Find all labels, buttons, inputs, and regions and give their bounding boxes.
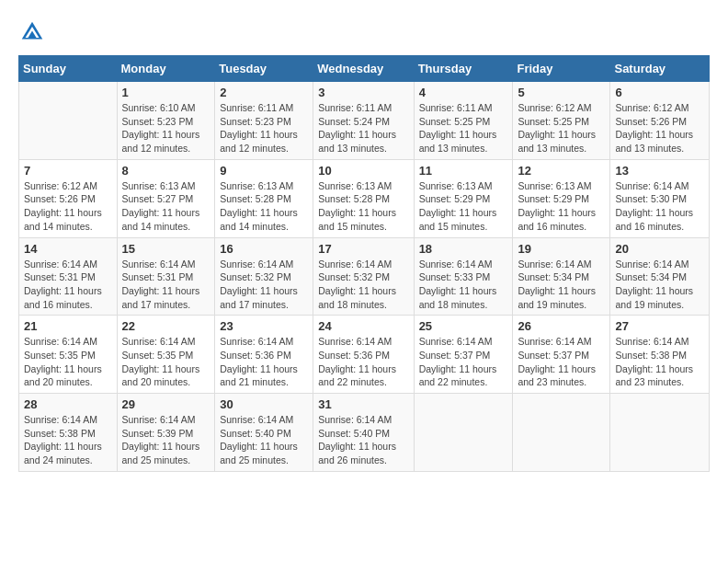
day-info: Sunrise: 6:11 AM Sunset: 5:24 PM Dayligh… [318, 101, 408, 155]
day-number: 18 [419, 242, 508, 256]
day-info: Sunrise: 6:14 AM Sunset: 5:31 PM Dayligh… [24, 258, 112, 312]
day-number: 24 [318, 319, 408, 333]
calendar-cell: 9Sunrise: 6:13 AM Sunset: 5:28 PM Daylig… [215, 159, 313, 237]
calendar-cell: 21Sunrise: 6:14 AM Sunset: 5:35 PM Dayli… [19, 316, 118, 394]
calendar-cell: 22Sunrise: 6:14 AM Sunset: 5:35 PM Dayli… [117, 316, 215, 394]
day-number: 28 [24, 397, 112, 411]
day-number: 15 [122, 242, 210, 256]
day-info: Sunrise: 6:14 AM Sunset: 5:31 PM Dayligh… [122, 258, 210, 312]
calendar-week-row: 21Sunrise: 6:14 AM Sunset: 5:35 PM Dayli… [19, 316, 710, 394]
calendar-cell: 10Sunrise: 6:13 AM Sunset: 5:28 PM Dayli… [313, 159, 414, 237]
day-number: 9 [220, 164, 308, 178]
day-number: 3 [318, 86, 408, 99]
calendar-week-row: 28Sunrise: 6:14 AM Sunset: 5:38 PM Dayli… [19, 394, 710, 472]
calendar-cell: 13Sunrise: 6:14 AM Sunset: 5:30 PM Dayli… [610, 159, 710, 237]
calendar-cell [513, 394, 610, 472]
calendar-cell: 7Sunrise: 6:12 AM Sunset: 5:26 PM Daylig… [19, 159, 118, 237]
calendar-week-row: 1Sunrise: 6:10 AM Sunset: 5:23 PM Daylig… [19, 82, 710, 160]
calendar-cell: 1Sunrise: 6:10 AM Sunset: 5:23 PM Daylig… [117, 82, 215, 160]
calendar-cell: 18Sunrise: 6:14 AM Sunset: 5:33 PM Dayli… [414, 237, 513, 316]
calendar-cell: 27Sunrise: 6:14 AM Sunset: 5:38 PM Dayli… [610, 316, 710, 394]
day-number: 21 [24, 319, 112, 333]
day-info: Sunrise: 6:14 AM Sunset: 5:40 PM Dayligh… [220, 413, 308, 467]
calendar-cell: 11Sunrise: 6:13 AM Sunset: 5:29 PM Dayli… [414, 159, 513, 237]
day-info: Sunrise: 6:13 AM Sunset: 5:28 PM Dayligh… [220, 179, 308, 234]
day-info: Sunrise: 6:14 AM Sunset: 5:35 PM Dayligh… [122, 335, 210, 389]
calendar-cell: 30Sunrise: 6:14 AM Sunset: 5:40 PM Dayli… [215, 394, 313, 472]
day-number: 11 [419, 164, 508, 178]
header-sunday: Sunday [19, 56, 118, 82]
day-info: Sunrise: 6:14 AM Sunset: 5:30 PM Dayligh… [615, 179, 704, 234]
calendar-cell: 12Sunrise: 6:13 AM Sunset: 5:29 PM Dayli… [513, 159, 610, 237]
day-info: Sunrise: 6:14 AM Sunset: 5:32 PM Dayligh… [318, 258, 408, 312]
day-info: Sunrise: 6:12 AM Sunset: 5:26 PM Dayligh… [24, 179, 112, 234]
calendar-cell: 26Sunrise: 6:14 AM Sunset: 5:37 PM Dayli… [513, 316, 610, 394]
day-number: 31 [318, 397, 408, 411]
header-wednesday: Wednesday [313, 56, 414, 82]
day-number: 29 [122, 397, 210, 411]
calendar-cell: 24Sunrise: 6:14 AM Sunset: 5:36 PM Dayli… [313, 316, 414, 394]
calendar-cell: 15Sunrise: 6:14 AM Sunset: 5:31 PM Dayli… [117, 237, 215, 316]
day-number: 7 [24, 164, 112, 178]
logo-icon [18, 18, 46, 46]
header-thursday: Thursday [414, 56, 513, 82]
day-info: Sunrise: 6:14 AM Sunset: 5:34 PM Dayligh… [518, 258, 605, 312]
header-friday: Friday [513, 56, 610, 82]
day-info: Sunrise: 6:14 AM Sunset: 5:32 PM Dayligh… [220, 258, 308, 312]
calendar-cell: 4Sunrise: 6:11 AM Sunset: 5:25 PM Daylig… [414, 82, 513, 160]
calendar-cell: 3Sunrise: 6:11 AM Sunset: 5:24 PM Daylig… [313, 82, 414, 160]
day-number: 25 [419, 319, 508, 333]
day-info: Sunrise: 6:14 AM Sunset: 5:37 PM Dayligh… [419, 335, 508, 389]
calendar-cell: 16Sunrise: 6:14 AM Sunset: 5:32 PM Dayli… [215, 237, 313, 316]
page-header [18, 18, 710, 46]
header-tuesday: Tuesday [215, 56, 313, 82]
day-info: Sunrise: 6:13 AM Sunset: 5:29 PM Dayligh… [419, 179, 508, 234]
day-number: 14 [24, 242, 112, 256]
day-info: Sunrise: 6:13 AM Sunset: 5:29 PM Dayligh… [518, 179, 605, 234]
day-number: 13 [615, 164, 704, 178]
day-info: Sunrise: 6:12 AM Sunset: 5:25 PM Dayligh… [518, 101, 605, 155]
day-info: Sunrise: 6:11 AM Sunset: 5:25 PM Dayligh… [419, 101, 508, 155]
day-info: Sunrise: 6:10 AM Sunset: 5:23 PM Dayligh… [122, 101, 210, 155]
day-number: 26 [518, 319, 605, 333]
day-number: 5 [518, 86, 605, 99]
day-info: Sunrise: 6:14 AM Sunset: 5:38 PM Dayligh… [24, 413, 112, 467]
day-info: Sunrise: 6:13 AM Sunset: 5:27 PM Dayligh… [122, 179, 210, 234]
day-number: 20 [615, 242, 704, 256]
calendar-cell: 23Sunrise: 6:14 AM Sunset: 5:36 PM Dayli… [215, 316, 313, 394]
day-info: Sunrise: 6:14 AM Sunset: 5:38 PM Dayligh… [615, 335, 704, 389]
day-number: 10 [318, 164, 408, 178]
calendar-cell: 14Sunrise: 6:14 AM Sunset: 5:31 PM Dayli… [19, 237, 118, 316]
calendar-cell: 19Sunrise: 6:14 AM Sunset: 5:34 PM Dayli… [513, 237, 610, 316]
calendar-cell [19, 82, 118, 160]
calendar-cell: 28Sunrise: 6:14 AM Sunset: 5:38 PM Dayli… [19, 394, 118, 472]
day-info: Sunrise: 6:11 AM Sunset: 5:23 PM Dayligh… [220, 101, 308, 155]
header-saturday: Saturday [610, 56, 710, 82]
calendar-cell: 17Sunrise: 6:14 AM Sunset: 5:32 PM Dayli… [313, 237, 414, 316]
calendar-cell [610, 394, 710, 472]
day-number: 1 [122, 86, 210, 99]
day-info: Sunrise: 6:14 AM Sunset: 5:40 PM Dayligh… [318, 413, 408, 467]
day-info: Sunrise: 6:14 AM Sunset: 5:37 PM Dayligh… [518, 335, 605, 389]
calendar-cell: 25Sunrise: 6:14 AM Sunset: 5:37 PM Dayli… [414, 316, 513, 394]
day-info: Sunrise: 6:12 AM Sunset: 5:26 PM Dayligh… [615, 101, 704, 155]
calendar-cell: 5Sunrise: 6:12 AM Sunset: 5:25 PM Daylig… [513, 82, 610, 160]
day-number: 23 [220, 319, 308, 333]
day-info: Sunrise: 6:14 AM Sunset: 5:34 PM Dayligh… [615, 258, 704, 312]
logo [18, 18, 50, 46]
calendar-cell: 31Sunrise: 6:14 AM Sunset: 5:40 PM Dayli… [313, 394, 414, 472]
day-number: 16 [220, 242, 308, 256]
day-info: Sunrise: 6:14 AM Sunset: 5:33 PM Dayligh… [419, 258, 508, 312]
day-number: 8 [122, 164, 210, 178]
day-info: Sunrise: 6:14 AM Sunset: 5:36 PM Dayligh… [220, 335, 308, 389]
day-number: 4 [419, 86, 508, 99]
header-monday: Monday [117, 56, 215, 82]
day-info: Sunrise: 6:13 AM Sunset: 5:28 PM Dayligh… [318, 179, 408, 234]
calendar-cell: 8Sunrise: 6:13 AM Sunset: 5:27 PM Daylig… [117, 159, 215, 237]
day-number: 6 [615, 86, 704, 99]
calendar-cell: 2Sunrise: 6:11 AM Sunset: 5:23 PM Daylig… [215, 82, 313, 160]
calendar-week-row: 14Sunrise: 6:14 AM Sunset: 5:31 PM Dayli… [19, 237, 710, 316]
day-info: Sunrise: 6:14 AM Sunset: 5:35 PM Dayligh… [24, 335, 112, 389]
day-number: 27 [615, 319, 704, 333]
day-info: Sunrise: 6:14 AM Sunset: 5:39 PM Dayligh… [122, 413, 210, 467]
